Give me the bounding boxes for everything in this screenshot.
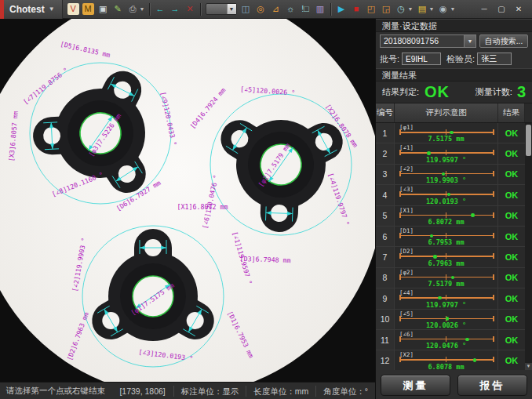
inspector-input[interactable] [477, 53, 512, 65]
print-icon[interactable]: ⎙▼ [126, 2, 146, 16]
edit-program-icon[interactable]: ✎ [111, 2, 125, 16]
results-table-header: 编号 评判示意图 结果 [376, 103, 532, 123]
measured-value: 119.9797 ° [395, 301, 497, 309]
delete-icon[interactable]: ✕ [184, 2, 197, 16]
batch-input[interactable] [402, 53, 441, 65]
table-row[interactable]: 11[∠6]120.0476 °OK [376, 330, 525, 350]
chevron-down-icon[interactable]: ▼ [428, 6, 434, 12]
film-strip-icon-glyph: ▥ [315, 3, 326, 15]
table-row[interactable]: 8[φ2]7.5179 mmOK [376, 268, 525, 288]
chevron-down-icon[interactable]: ▼ [464, 35, 476, 47]
dimension-annotation[interactable]: [X1]6.8072 mm [177, 203, 228, 211]
result-badge: OK [498, 165, 525, 184]
camera-view[interactable]: [D5]6.8135 mm[∠7]119.8756 °[∠9]120.0433 … [0, 19, 375, 382]
result-badge: OK [498, 143, 525, 163]
tolerance-tick [399, 150, 401, 155]
measure-button[interactable]: 测量 [381, 375, 450, 396]
minimize-button[interactable]: ─ [477, 3, 491, 16]
tolerance-diagram: [∠4]119.9797 ° [395, 288, 498, 308]
chevron-down-icon[interactable]: ▼ [140, 6, 145, 12]
image-search-icon[interactable]: ◫ [239, 2, 253, 16]
result-badge: OK [498, 123, 525, 143]
feature-label: [∠2] [399, 165, 414, 172]
redo-arrow-icon-glyph: → [169, 3, 181, 15]
tolerance-line [399, 256, 494, 257]
row-number: 4 [376, 185, 395, 205]
tolerance-tick [399, 295, 401, 300]
angle-unit-setting: 角度单位：° [315, 386, 375, 397]
toolbar-icon-strip: VM▣✎⎙▼←→✕▼◫◎⊿☼!□▥▶■◰◲◷▼▤▼◉▼ [63, 0, 474, 19]
autofocus-icon[interactable]: ◰ [365, 2, 378, 16]
snapshot-icon[interactable]: ◉▼ [436, 2, 456, 16]
toolbar: Chotest ▼ VM▣✎⎙▼←→✕▼◫◎⊿☼!□▥▶■◰◲◷▼▤▼◉▼ ─▢… [0, 0, 532, 19]
tolerance-diagram: [∠1]119.9597 ° [395, 143, 498, 163]
auto-search-button[interactable]: 自动搜索... [479, 34, 528, 48]
chevron-down-icon[interactable]: ▼ [450, 6, 455, 12]
close-button[interactable]: ✕ [512, 3, 526, 16]
measurement-canvas[interactable]: [D5]6.8135 mm[∠7]119.8756 °[∠9]120.0433 … [0, 19, 375, 382]
table-row[interactable]: 12[X2]6.8078 mmOK [376, 350, 525, 370]
redo-arrow-icon[interactable]: → [169, 2, 182, 16]
scrollbar-thumb[interactable] [526, 125, 531, 156]
row-number: 6 [376, 227, 395, 246]
tolerance-tick [493, 274, 494, 280]
table-row[interactable]: 4[∠3]120.0193 °OK [376, 185, 525, 205]
magnifier-icon[interactable]: ◎ [254, 2, 268, 16]
toolbar-separator [330, 3, 332, 16]
record-icon[interactable]: ■ [350, 2, 363, 16]
template-v-icon[interactable]: V [67, 2, 80, 16]
table-row[interactable]: 6[D1]6.7953 mmOK [376, 227, 525, 247]
feature-label: [D2] [399, 248, 414, 255]
folder-m-icon[interactable]: M [82, 2, 95, 16]
header-diagram: 评判示意图 [395, 103, 498, 122]
measured-value: 7.5175 mm [395, 135, 497, 143]
delete-icon-glyph: ✕ [184, 3, 196, 15]
save-icon[interactable]: ▣ [97, 2, 110, 16]
table-row[interactable]: 1[φ1]7.5175 mmOK [376, 123, 525, 143]
tolerance-line [399, 152, 494, 154]
tolerance-diagram: [∠6]120.0476 ° [395, 330, 498, 350]
measured-value-marker [465, 338, 469, 342]
window-controls: ─▢✕ [474, 3, 532, 16]
scroll-down-arrow-icon[interactable]: ▼ [525, 363, 532, 370]
table-row[interactable]: 3[∠2]119.9903 °OK [376, 165, 525, 185]
tolerance-diagram: [X2]6.8078 mm [395, 350, 498, 370]
zoom-select-combo[interactable]: ▼ [206, 3, 237, 15]
tolerance-tick [493, 233, 494, 238]
prompt-icon[interactable]: !□ [299, 2, 312, 16]
table-row[interactable]: 10[∠5]120.0026 °OK [376, 310, 525, 330]
chevron-down-icon: ▼ [49, 5, 55, 13]
chotest-menu-button[interactable]: Chotest ▼ [4, 0, 63, 19]
play-icon[interactable]: ▶ [335, 2, 348, 16]
chevron-down-icon[interactable]: ▼ [227, 4, 236, 14]
lamp-icon-glyph: ☼ [285, 3, 297, 15]
measured-value-marker [430, 234, 434, 238]
autozoom-icon[interactable]: ◲ [380, 2, 393, 16]
timer-icon[interactable]: ◷▼ [395, 2, 414, 16]
template-v-icon-glyph: V [67, 3, 79, 15]
record-icon-glyph: ■ [351, 3, 363, 15]
table-row[interactable]: 7[D2]6.7963 mmOK [376, 247, 525, 267]
measured-value: 120.0026 ° [395, 321, 497, 329]
measure-tool-icon[interactable]: ⊿ [269, 2, 282, 16]
chevron-down-icon[interactable]: ▼ [408, 6, 414, 12]
lamp-icon[interactable]: ☼ [284, 2, 297, 16]
table-row[interactable]: 9[∠4]119.9797 °OK [376, 288, 525, 309]
measured-value: 120.0476 ° [395, 342, 497, 350]
table-row[interactable]: 2[∠1]119.9597 °OK [376, 143, 525, 164]
tolerance-line [399, 339, 494, 340]
undo-arrow-icon[interactable]: ← [154, 2, 167, 16]
table-row[interactable]: 5[X1]6.8072 mmOK [376, 206, 525, 227]
tolerance-tick [493, 253, 494, 259]
tolerance-tick [493, 129, 494, 135]
tolerance-line [399, 215, 494, 216]
results-section-title: 测量结果 [376, 68, 532, 82]
feature-label: [X2] [399, 351, 414, 358]
film-strip-icon[interactable]: ▥ [314, 2, 327, 16]
dataset-select[interactable]: 201808091756 ▼ [380, 34, 476, 48]
report-button[interactable]: 报告 [457, 375, 527, 396]
table-scrollbar[interactable]: ▼ [525, 123, 532, 370]
tolerance-diagram: [∠5]120.0026 ° [395, 310, 498, 329]
maximize-button[interactable]: ▢ [494, 3, 508, 16]
layers-icon[interactable]: ▤▼ [415, 2, 435, 16]
